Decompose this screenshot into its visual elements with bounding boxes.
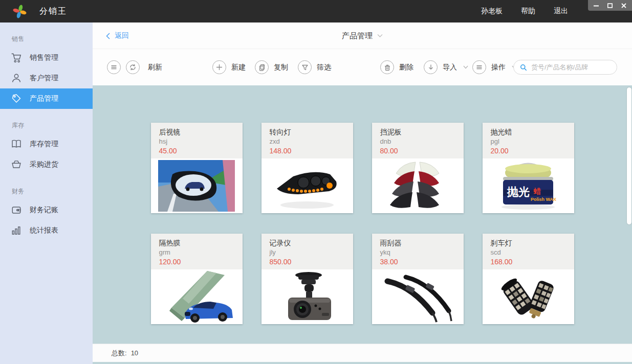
product-name: 隔热膜 — [159, 238, 243, 248]
refresh-button[interactable] — [126, 60, 140, 74]
wax-label-sub: Polish WAX — [531, 197, 556, 202]
search-box — [513, 60, 617, 75]
toolbar: 刷新 新建 复制 筛选 删除 — [93, 49, 632, 85]
product-price: 120.00 — [159, 257, 243, 267]
product-info: 雨刮器 ykq 38.00 — [372, 234, 464, 269]
sidebar-item-label: 库存管理 — [30, 140, 58, 149]
main-area: 返回 产品管理 刷新 新建 复制 — [93, 22, 632, 364]
product-photo-polish-wax: 抛光 蜡 Polish WAX — [483, 158, 574, 213]
new-label[interactable]: 新建 — [231, 63, 246, 72]
product-card-turn-signal[interactable]: 转向灯 zxd 148.00 — [261, 123, 353, 213]
product-price: 38.00 — [380, 257, 464, 267]
product-price: 20.00 — [491, 146, 574, 156]
product-name: 转向灯 — [270, 127, 353, 137]
sidebar-item-label: 财务记账 — [30, 206, 58, 215]
product-photo-rearview-mirror — [151, 158, 243, 213]
filter-label[interactable]: 筛选 — [317, 63, 331, 72]
product-info: 后视镜 hsj 45.00 — [151, 123, 243, 158]
chevron-left-icon — [106, 33, 110, 39]
product-photo-turn-signal — [261, 158, 353, 213]
sidebar-item-customer-management[interactable]: 客户管理 — [0, 68, 93, 88]
sidebar: 销售 销售管理 客户管理 产品管理 库存 库存管理 采购进货 财务 — [0, 22, 93, 364]
sidebar-section-finance: 财务 — [0, 175, 93, 200]
wallet-icon — [11, 204, 22, 216]
topbar-help[interactable]: 帮助 — [521, 7, 535, 16]
tag-icon — [11, 93, 22, 104]
refresh-label[interactable]: 刷新 — [148, 63, 162, 72]
sidebar-section-inventory: 库存 — [0, 109, 93, 134]
trash-icon — [384, 64, 391, 71]
search-input[interactable] — [531, 63, 613, 71]
delete-label[interactable]: 删除 — [399, 63, 413, 72]
maximize-button[interactable] — [604, 1, 616, 10]
sidebar-item-label: 客户管理 — [30, 74, 58, 83]
product-code: dnb — [380, 137, 464, 146]
sidebar-item-statistics[interactable]: 统计报表 — [0, 220, 93, 241]
product-info: 转向灯 zxd 148.00 — [261, 123, 353, 158]
chevron-down-icon — [377, 34, 383, 38]
product-card-brake-light[interactable]: 刹车灯 scd 168.00 — [483, 234, 574, 324]
basket-icon — [11, 159, 22, 170]
filter-icon — [301, 64, 309, 71]
product-code: pgl — [491, 137, 574, 146]
product-code: jly — [270, 248, 353, 257]
product-info: 隔热膜 grm 120.00 — [151, 234, 243, 269]
page-title-dropdown[interactable]: 产品管理 — [342, 22, 383, 49]
import-label[interactable]: 导入 — [443, 63, 457, 72]
actions-label[interactable]: 操作 — [491, 63, 506, 72]
refresh-icon — [129, 63, 137, 71]
sidebar-item-sales-management[interactable]: 销售管理 — [0, 48, 93, 68]
product-card-mudguard[interactable]: 挡泥板 dnb 80.00 — [372, 123, 464, 213]
product-card-rearview-mirror[interactable]: 后视镜 hsj 45.00 — [151, 123, 243, 213]
product-info: 记录仪 jly 850.00 — [261, 234, 353, 269]
product-card-dash-cam[interactable]: 记录仪 jly 850.00 — [261, 234, 353, 324]
back-button[interactable]: 返回 — [106, 22, 129, 49]
menu-button[interactable] — [107, 60, 121, 74]
chevron-down-icon[interactable] — [463, 65, 468, 69]
topbar-user[interactable]: 孙老板 — [481, 7, 503, 16]
minimize-icon — [594, 3, 599, 8]
download-icon — [427, 64, 434, 71]
product-name: 挡泥板 — [380, 127, 464, 137]
product-name: 刹车灯 — [491, 238, 574, 248]
maximize-icon — [607, 3, 613, 8]
sidebar-item-inventory-management[interactable]: 库存管理 — [0, 134, 93, 154]
product-info: 刹车灯 scd 168.00 — [483, 234, 574, 269]
close-icon — [621, 3, 626, 8]
status-bar: 总数: 10 — [93, 344, 632, 362]
product-card-window-film[interactable]: 隔热膜 grm 120.00 — [151, 234, 243, 324]
app-logo-icon — [13, 5, 27, 18]
app-title: 分销王 — [39, 6, 67, 17]
product-card-polish-wax[interactable]: 抛光蜡 pgl 20.00 抛光 蜡 Polis — [483, 123, 574, 213]
minimize-button[interactable] — [591, 1, 602, 10]
actions-button[interactable] — [472, 60, 486, 74]
sidebar-item-product-management[interactable]: 产品管理 — [0, 88, 93, 109]
sidebar-item-label: 统计报表 — [30, 226, 58, 235]
product-name: 记录仪 — [270, 238, 353, 248]
product-photo-brake-light — [483, 269, 574, 324]
book-icon — [11, 139, 22, 150]
filter-button[interactable] — [298, 60, 312, 74]
copy-label[interactable]: 复制 — [274, 63, 288, 72]
cart-icon — [11, 52, 22, 63]
product-photo-dash-cam — [261, 269, 353, 324]
sidebar-item-bookkeeping[interactable]: 财务记账 — [0, 200, 93, 220]
user-icon — [11, 73, 22, 84]
product-info: 抛光蜡 pgl 20.00 — [483, 123, 574, 158]
sidebar-item-label: 采购进货 — [30, 160, 58, 169]
import-button[interactable] — [424, 60, 438, 74]
topbar-exit[interactable]: 退出 — [554, 7, 568, 16]
menu-icon — [111, 64, 117, 71]
new-button[interactable] — [212, 60, 226, 74]
close-button[interactable] — [618, 1, 629, 10]
title-bar: 分销王 孙老板 帮助 退出 — [0, 0, 632, 22]
page-title: 产品管理 — [342, 31, 373, 41]
sidebar-item-purchasing[interactable]: 采购进货 — [0, 154, 93, 175]
scrollbar-thumb[interactable] — [627, 87, 631, 224]
delete-button[interactable] — [380, 60, 394, 74]
copy-button[interactable] — [255, 60, 269, 74]
total-label: 总数: — [112, 349, 127, 358]
product-code: hsj — [159, 137, 243, 146]
product-card-wiper[interactable]: 雨刮器 ykq 38.00 — [372, 234, 464, 324]
product-code: zxd — [270, 137, 353, 146]
